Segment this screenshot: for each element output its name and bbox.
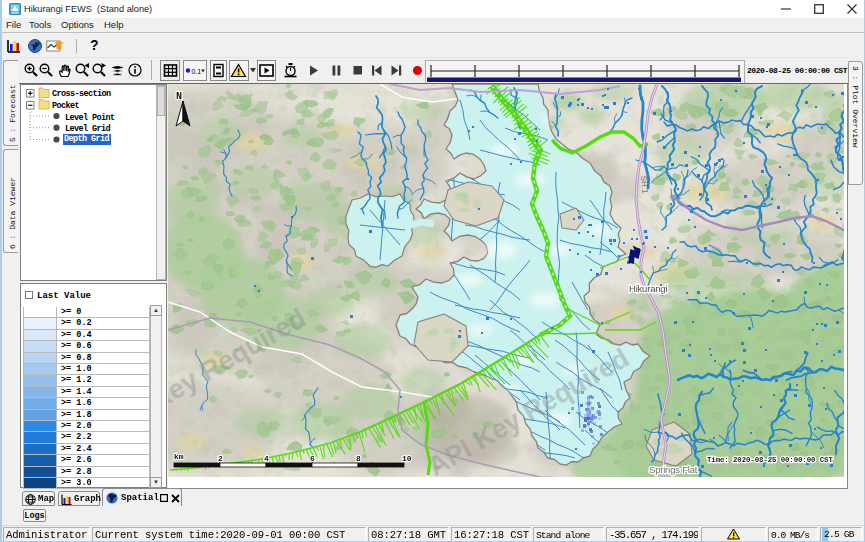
svg-text:SH 1: SH 1 [639, 175, 650, 194]
svg-text:6: 6 [310, 454, 315, 463]
svg-text:Springs Flat: Springs Flat [649, 464, 698, 475]
svg-text:km: km [174, 452, 184, 461]
svg-text:10: 10 [402, 454, 412, 463]
svg-text:4: 4 [264, 454, 269, 463]
svg-text:8: 8 [356, 454, 361, 463]
svg-text:0.1: 0.1 [192, 68, 202, 75]
svg-text:Time: 2020-08-25 00:00:00 CST: Time: 2020-08-25 00:00:00 CST [707, 456, 833, 464]
svg-text:Hikurangi: Hikurangi [629, 283, 667, 294]
svg-text:N: N [176, 91, 182, 102]
svg-text:2: 2 [218, 454, 223, 463]
